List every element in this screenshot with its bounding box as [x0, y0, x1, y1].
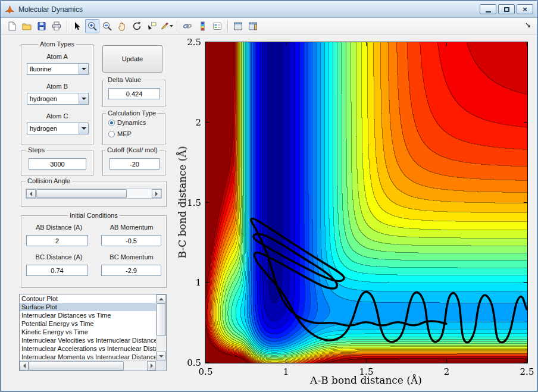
chevron-down-icon[interactable]	[79, 64, 88, 74]
app-icon	[5, 4, 15, 14]
ab-distance-label: AB Distance (A)	[26, 224, 92, 231]
scrollbar-corner	[156, 360, 166, 371]
delta-value-field[interactable]	[108, 88, 160, 99]
new-figure-button[interactable]	[5, 19, 19, 33]
list-item[interactable]: Surface Plot	[20, 303, 156, 311]
cutoff-field[interactable]	[110, 158, 159, 170]
edit-plot-button[interactable]	[70, 19, 85, 33]
list-item[interactable]: Internuclear Accelerations vs Internucle…	[20, 344, 156, 353]
show-plot-tools-icon	[248, 21, 258, 32]
titlebar[interactable]: Molecular Dynamics ×	[1, 1, 537, 18]
insert-legend-button[interactable]	[210, 19, 224, 33]
chevron-down-icon	[170, 25, 173, 27]
x-axis-label: A-B bond distance (Å)	[310, 374, 422, 386]
list-item[interactable]: Contour Plot	[20, 294, 156, 303]
initial-conditions-panel: Initial Conditions AB Distance (A) AB Mo…	[21, 215, 167, 288]
window-controls: ×	[480, 4, 533, 14]
open-file-button[interactable]	[20, 19, 34, 33]
bc-distance-field[interactable]	[26, 265, 88, 276]
cursor-arrow-icon	[72, 21, 83, 32]
close-button[interactable]: ×	[517, 4, 533, 14]
radio-dynamics[interactable]: Dynamics	[108, 119, 146, 126]
cutoff-panel: Cutoff (Kcal/ mol)	[102, 150, 165, 176]
atom-a-label: Atom A	[21, 53, 93, 60]
collision-angle-slider[interactable]	[26, 189, 162, 199]
dock-figure-icon[interactable]	[525, 21, 532, 32]
atom-a-dropdown[interactable]: fluorine	[27, 63, 89, 75]
list-item[interactable]: Potential Energy vs Time	[20, 319, 156, 328]
save-icon	[36, 21, 47, 32]
slider-thumb[interactable]	[36, 189, 127, 198]
list-item[interactable]: Internuclear Distances vs Time	[20, 311, 156, 319]
scroll-right-button[interactable]	[147, 361, 156, 371]
steps-field[interactable]	[29, 158, 86, 170]
zoom-out-icon	[102, 21, 112, 32]
calculation-type-panel: Calculation Type Dynamics MEP	[102, 113, 165, 145]
scroll-left-button[interactable]	[20, 361, 29, 371]
scroll-up-button[interactable]	[157, 294, 166, 303]
printer-icon	[51, 21, 62, 32]
zoom-out-button[interactable]	[100, 19, 114, 33]
list-horizontal-scrollbar[interactable]	[20, 360, 156, 371]
bc-momentum-label: BC Momentum	[101, 253, 162, 261]
panel-title: Cutoff (Kcal/ mol)	[105, 146, 159, 153]
hand-icon	[117, 21, 127, 32]
brush-data-button[interactable]	[159, 19, 174, 33]
show-plot-tools-button[interactable]	[246, 19, 260, 33]
zoom-in-button[interactable]	[85, 19, 99, 33]
open-folder-icon	[21, 21, 32, 32]
radio-mep[interactable]: MEP	[108, 130, 132, 137]
update-button[interactable]: Update	[102, 45, 162, 73]
panel-title: Delta Value	[106, 76, 143, 83]
hide-plot-tools-button[interactable]	[231, 19, 245, 33]
minimize-button[interactable]	[480, 4, 496, 14]
toolbar-separator	[177, 20, 177, 32]
chevron-down-icon[interactable]	[79, 93, 88, 104]
pan-button[interactable]	[115, 19, 129, 33]
data-cursor-icon	[146, 21, 157, 32]
link-plot-button[interactable]	[180, 19, 195, 33]
delta-value-panel: Delta Value	[102, 80, 165, 107]
figure-toolbar	[1, 18, 537, 35]
radio-label: Dynamics	[117, 119, 146, 126]
plot-canvas[interactable]	[180, 37, 538, 391]
radio-label: MEP	[117, 130, 132, 137]
ab-momentum-field[interactable]	[101, 235, 161, 246]
zoom-in-icon	[87, 21, 98, 32]
list-item[interactable]: Internuclear Velocities vs Internuclear …	[20, 336, 156, 344]
maximize-button[interactable]	[498, 4, 515, 14]
ab-momentum-label: AB Momentum	[101, 224, 162, 231]
scroll-down-button[interactable]	[157, 352, 166, 360]
atom-c-dropdown[interactable]: hydrogen	[27, 123, 89, 134]
slider-right-arrow[interactable]	[152, 189, 161, 198]
rotate-3d-button[interactable]	[130, 19, 144, 33]
bc-momentum-field[interactable]	[101, 265, 161, 276]
list-item[interactable]: Internuclear Momenta vs Internuclear Dis…	[20, 353, 156, 360]
window-title: Molecular Dynamics	[18, 5, 83, 14]
dropdown-value: hydrogen	[27, 125, 79, 132]
radio-unselected-icon	[108, 131, 115, 137]
data-cursor-button[interactable]	[145, 19, 159, 33]
save-figure-button[interactable]	[35, 19, 49, 33]
steps-panel: Steps	[21, 150, 93, 176]
panel-title: Atom Types	[38, 40, 76, 48]
panel-title: Initial Conditions	[68, 212, 120, 219]
atom-b-label: Atom B	[21, 83, 93, 90]
vertical-scroll-thumb[interactable]	[157, 303, 166, 336]
dropdown-value: fluorine	[27, 65, 79, 73]
toolbar-separator	[227, 20, 228, 32]
list-item[interactable]: Kinetic Energy vs Time	[20, 328, 156, 336]
horizontal-scroll-thumb[interactable]	[29, 361, 124, 371]
chevron-down-icon[interactable]	[79, 123, 88, 134]
toolbar-separator	[67, 20, 67, 32]
slider-left-arrow[interactable]	[26, 189, 36, 198]
ab-distance-field[interactable]	[26, 235, 88, 246]
atom-b-dropdown[interactable]: hydrogen	[27, 93, 89, 105]
bc-distance-label: BC Distance (A)	[26, 253, 92, 261]
print-figure-button[interactable]	[49, 19, 64, 33]
list-vertical-scrollbar[interactable]	[156, 294, 166, 360]
panel-title: Collision Angle	[26, 177, 72, 184]
maximize-icon	[504, 7, 509, 12]
insert-colorbar-button[interactable]	[195, 19, 209, 33]
minimize-icon	[486, 11, 491, 12]
